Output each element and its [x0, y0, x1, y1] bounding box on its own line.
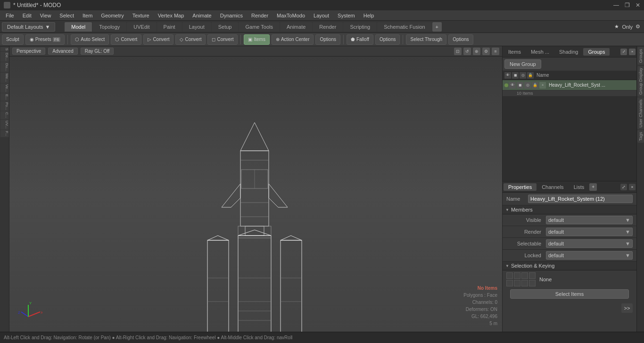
props-tab-channels[interactable]: Channels — [537, 183, 568, 191]
lt-s[interactable]: S — [0, 47, 9, 51]
selection-keying-header[interactable]: ▼ Selection & Keying — [503, 261, 636, 270]
menu-help[interactable]: Help — [360, 12, 378, 19]
items-button[interactable]: ▣ Items — [244, 34, 269, 45]
rp-icon-close[interactable]: × — [629, 49, 636, 55]
close-button[interactable]: ✕ — [636, 2, 640, 8]
options1-button[interactable]: Options — [315, 34, 340, 45]
select-through-button[interactable]: Select Through — [406, 34, 446, 45]
menu-geometry[interactable]: Geometry — [97, 12, 127, 19]
menu-item[interactable]: Item — [79, 12, 96, 19]
tab-animate[interactable]: Animate — [280, 22, 312, 32]
rp-tab-shading[interactable]: Shading — [554, 48, 583, 56]
options3-button[interactable]: Options — [448, 34, 473, 45]
viewport-perspective-btn[interactable]: Perspective — [12, 48, 45, 55]
props-expand-button[interactable]: >> — [621, 303, 633, 313]
menu-system[interactable]: System — [334, 12, 359, 19]
tab-model[interactable]: Model — [65, 22, 92, 32]
convert4-button[interactable]: ◻ Convert — [207, 34, 238, 45]
viewport-icon-2[interactable]: ↺ — [463, 48, 471, 55]
lt-ve[interactable]: Ve... — [0, 83, 9, 93]
menu-layout[interactable]: Layout — [310, 12, 333, 19]
props-tab-properties[interactable]: Properties — [504, 183, 537, 191]
side-tab-tags[interactable]: Tags — [637, 130, 644, 143]
convert2-button[interactable]: ▷ Convert — [143, 34, 173, 45]
props-tab-add[interactable]: + — [589, 183, 597, 191]
tab-uvedit[interactable]: UVEdit — [127, 22, 156, 32]
falloff-button[interactable]: ⬟ Falloff — [347, 34, 373, 45]
row-icon-lock[interactable]: 🔒 — [532, 82, 538, 89]
side-tab-groups[interactable]: Groups — [637, 47, 644, 65]
minimize-button[interactable]: — — [613, 2, 619, 8]
auto-select-button[interactable]: ⬡ Auto Select — [71, 34, 109, 45]
side-tab-group-display[interactable]: Group Display — [637, 66, 644, 97]
lt-f[interactable]: F... — [0, 130, 9, 137]
col-icon-lock[interactable]: 🔒 — [527, 72, 534, 79]
menu-texture[interactable]: Texture — [129, 12, 153, 19]
rp-tab-mesh[interactable]: Mesh ... — [526, 48, 554, 56]
tab-setup[interactable]: Setup — [212, 22, 239, 32]
visible-select[interactable]: default ▼ — [546, 216, 633, 224]
lt-du[interactable]: Du... — [0, 62, 9, 72]
tab-add-button[interactable]: + — [432, 22, 442, 32]
tab-render[interactable]: Render — [313, 22, 343, 32]
select-items-button[interactable]: Select Items — [510, 289, 629, 299]
lt-de[interactable]: De... — [0, 52, 9, 62]
members-section-header[interactable]: ▼ Members — [503, 205, 636, 214]
layout-dropdown[interactable]: Default Layouts ▼ — [2, 22, 55, 32]
render-select[interactable]: default ▼ — [546, 228, 633, 236]
rp-icon-expand[interactable]: ⤢ — [620, 49, 627, 55]
props-expand-icon[interactable]: ⤢ — [620, 184, 627, 190]
tab-schematic[interactable]: Schematic Fusion — [377, 22, 431, 32]
viewport-advanced-btn[interactable]: Advanced — [48, 48, 77, 55]
rp-tab-items[interactable]: Items — [504, 48, 526, 56]
viewport-icon-5[interactable]: ≡ — [492, 48, 499, 55]
locked-select[interactable]: default ▼ — [546, 251, 633, 260]
col-icon-eye[interactable]: 👁 — [504, 72, 511, 79]
selectable-select[interactable]: default ▼ — [546, 239, 633, 248]
lt-uv[interactable]: UV... — [0, 120, 9, 130]
only-label[interactable]: Only — [622, 24, 633, 30]
col-icon-sel[interactable]: ◎ — [520, 72, 526, 79]
menu-view[interactable]: View — [36, 12, 55, 19]
action-center-button[interactable]: ⊕ Action Center — [272, 34, 314, 45]
row-icon-cam[interactable]: ◼ — [517, 82, 523, 89]
viewport-raygl-btn[interactable]: Ray GL: Off — [81, 48, 114, 55]
row-icon-sel[interactable]: ◎ — [524, 82, 531, 89]
tab-gametools[interactable]: Game Tools — [239, 22, 280, 32]
viewport-icon-1[interactable]: ⊡ — [454, 48, 462, 55]
lt-pol[interactable]: Po... — [0, 101, 9, 111]
menu-animate[interactable]: Animate — [189, 12, 215, 19]
viewport-icon-3[interactable]: ⊕ — [473, 48, 480, 55]
lt-c[interactable]: C... — [0, 111, 9, 119]
groups-row[interactable]: 👁 ◼ ◎ 🔒 + Heavy_Lift_Rocket_Syst ... — [503, 80, 636, 90]
viewport-icon-4[interactable]: ⚙ — [482, 48, 490, 55]
menu-maxtomodo[interactable]: MaxToModo — [273, 12, 309, 19]
rp-tab-groups[interactable]: Groups — [583, 48, 610, 56]
lt-me[interactable]: Me... — [0, 73, 9, 83]
settings-icon[interactable]: ⚙ — [636, 24, 640, 30]
sculpt-button[interactable]: Sculpt — [2, 34, 24, 45]
presets-button[interactable]: ◉ Presets F6 — [25, 34, 65, 45]
tab-paint[interactable]: Paint — [157, 22, 182, 32]
viewport-canvas[interactable]: No Items Polygons : Face Channels: 0 Def… — [9, 57, 502, 332]
convert3-button[interactable]: ◇ Convert — [175, 34, 206, 45]
side-tab-user-channels[interactable]: User Channels — [637, 98, 644, 130]
menu-vertexmap[interactable]: Vertex Map — [154, 12, 188, 19]
col-icon-cam[interactable]: ◼ — [512, 72, 519, 79]
menu-edit[interactable]: Edit — [19, 12, 35, 19]
props-tab-lists[interactable]: Lists — [569, 183, 589, 191]
lt-e[interactable]: E... — [0, 93, 9, 101]
name-input[interactable] — [528, 195, 633, 203]
tab-layout[interactable]: Layout — [182, 22, 211, 32]
new-group-button[interactable]: New Group — [504, 59, 541, 69]
options2-button[interactable]: Options — [375, 34, 400, 45]
menu-select[interactable]: Select — [56, 12, 78, 19]
maximize-button[interactable]: ❐ — [625, 2, 630, 8]
props-close-icon[interactable]: × — [629, 184, 636, 190]
menu-dynamics[interactable]: Dynamics — [216, 12, 247, 19]
menu-file[interactable]: File — [2, 12, 18, 19]
tab-topology[interactable]: Topology — [92, 22, 126, 32]
row-icon-add[interactable]: + — [539, 82, 546, 89]
row-icon-eye[interactable]: 👁 — [509, 82, 516, 89]
menu-render[interactable]: Render — [248, 12, 272, 19]
